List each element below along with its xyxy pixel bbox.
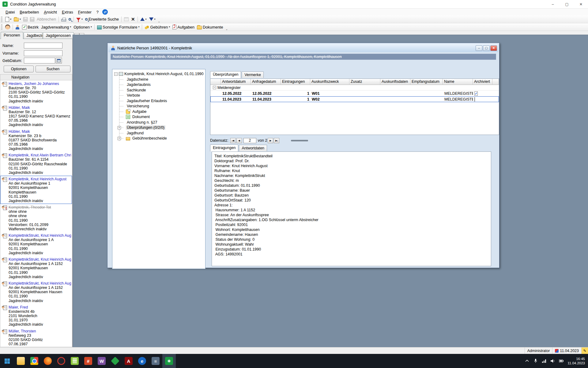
tree-item[interactable]: + Dokument — [114, 114, 205, 120]
column-auskunftsdaten[interactable]: Auskunftsdaten — [380, 79, 410, 85]
open-button[interactable]: ▾ — [13, 16, 22, 22]
word-icon[interactable]: W — [95, 354, 108, 368]
menu-item[interactable]: Datei — [3, 9, 17, 15]
document-icon[interactable]: ≡ — [149, 354, 162, 368]
optionen-menu[interactable]: Optionen▾ — [72, 24, 93, 30]
notepad-icon[interactable] — [68, 354, 81, 368]
jagdverwaltung-menu[interactable]: Jagdverwaltung▾ — [40, 24, 72, 30]
edge-icon[interactable]: e — [135, 354, 149, 368]
maximize-button[interactable]: ▢ — [560, 0, 574, 9]
column-anfragedatum[interactable]: Anfragedatum — [251, 79, 281, 85]
menu-item[interactable]: Bearbeiten — [17, 9, 41, 15]
group-collapse-icon[interactable]: − — [213, 86, 216, 89]
teamviewer-icon[interactable]: ⇄ — [102, 9, 108, 15]
person-list-item[interactable]: ! KomplettnikStrukt, Knut Heinrich Augus… — [0, 280, 72, 304]
expand-icon[interactable]: + — [118, 137, 121, 140]
toolbar-grip[interactable] — [1, 24, 2, 30]
person-list-item[interactable]: ! Hesters, Jochen Jo Johannes Bautzner S… — [0, 80, 72, 104]
record-number-input[interactable] — [243, 138, 256, 143]
column-antwortdatum[interactable]: Antwortdatum — [221, 79, 251, 85]
taskbar-clock[interactable]: 16:45 11.04.2023 — [567, 357, 585, 365]
tree-item[interactable]: + Jagdhund — [114, 130, 205, 136]
save-button[interactable] — [22, 17, 29, 22]
abbrechen-button[interactable]: Abbrechen — [36, 16, 57, 22]
menu-item[interactable]: Extras — [59, 9, 76, 15]
dialog-titlebar[interactable]: Natürliche Person 14992001 - Komplettnik… — [108, 44, 498, 52]
menu-item[interactable]: Fenster — [76, 9, 94, 15]
person-search-button[interactable] — [4, 24, 11, 30]
print-preview-button[interactable] — [67, 17, 72, 21]
archiviert-checkbox[interactable] — [474, 97, 475, 102]
person-list-item[interactable]: ! Komplettnik, Knut Alwin Bertram Christ… — [0, 152, 72, 176]
person-list-item[interactable]: ! Hübler, Maik Bautzner Str. 12 1917 SAK… — [0, 104, 72, 128]
expand-icon[interactable]: + — [118, 126, 121, 129]
detail-tab[interactable]: Vermerke — [242, 71, 264, 78]
column-empfangsdatum[interactable]: Empfangsdatum — [410, 79, 443, 85]
person-button[interactable] — [14, 24, 21, 30]
dokumente-button[interactable]: Dokumente — [196, 24, 224, 30]
gebdatum-input[interactable] — [24, 58, 55, 63]
previous-record-button[interactable]: ◀ — [236, 138, 242, 143]
column-auskunftszweck[interactable]: Auskunftszweck — [310, 79, 349, 85]
close-button[interactable]: ✕ — [574, 0, 588, 9]
chrome-icon[interactable] — [28, 354, 41, 368]
acrobat-icon[interactable]: A — [122, 354, 135, 368]
nav-previous-button[interactable]: ▾ — [139, 17, 148, 21]
column-archiviert[interactable]: Archiviert — [473, 79, 492, 85]
properties-button[interactable] — [123, 17, 130, 22]
bezirk-button[interactable]: Bezirk — [21, 24, 40, 30]
print-button[interactable] — [60, 17, 67, 22]
person-list-item[interactable]: ! KomplettnikStrukt, Knut Heinrich Augus… — [0, 232, 72, 256]
filter-button[interactable]: ▾ — [75, 17, 84, 21]
column-zusatz[interactable]: Zusatz — [349, 79, 380, 85]
optionen-button[interactable]: Optionen — [4, 66, 34, 72]
tree-item[interactable]: + Versicherung — [114, 104, 205, 109]
clear-filter-button[interactable]: ✕ — [130, 16, 136, 23]
tree-item[interactable]: + Gebührenbescheide — [114, 136, 205, 141]
edit-pencil-icon[interactable]: ✎ — [581, 347, 588, 354]
tree-item[interactable]: + Jagderlaubnis — [114, 82, 205, 88]
detail-tab[interactable]: Überprüfungen — [210, 71, 241, 78]
record-nav-slider[interactable] — [291, 140, 308, 141]
column-name[interactable]: Name — [443, 79, 473, 85]
menu-item[interactable]: Ansicht — [41, 9, 59, 15]
column-eintragungen[interactable]: Eintragungen — [281, 79, 310, 85]
side-tab[interactable]: Jagdbezirke — [24, 32, 43, 39]
dialog-minimize-button[interactable]: – — [476, 45, 482, 51]
side-tab[interactable]: Jagdgenossen — [43, 32, 74, 39]
person-list-item[interactable]: ! Maier, Fred Existiernicht 4b 2101 Wund… — [0, 304, 72, 328]
person-list-item[interactable]: ! Müller, Thorsten Neißeweg 23 02100 SAK… — [0, 328, 72, 347]
toolbar-overflow[interactable]: ⌄ — [158, 20, 160, 23]
grid-row[interactable]: 12.05.2022 12.05.2022 1 W01 MELDEREGISTE… — [210, 90, 499, 96]
menu-item[interactable]: ? — [94, 9, 101, 15]
person-list-item[interactable]: ! KomplettnikStrukt, Knut Heinrich Augus… — [0, 256, 72, 280]
dialog-close-button[interactable]: ✕ — [490, 45, 497, 51]
first-record-button[interactable]: |◀ — [230, 138, 236, 143]
sonstige-formulare-button[interactable]: Sonstige Formulare▾ — [96, 24, 141, 30]
save-all-button[interactable] — [29, 17, 36, 22]
tray-chevron-icon[interactable] — [525, 358, 530, 363]
diamond-icon[interactable] — [108, 354, 122, 368]
tree-root[interactable]: − Komplettnik, Knut Heinrich August, 01.… — [114, 71, 205, 77]
grid-group-row[interactable]: − Melderegister — [210, 85, 499, 90]
tree-item[interactable]: + Sachkunde — [114, 87, 205, 93]
detail-tab[interactable]: Antwortdaten — [239, 145, 267, 151]
firefox-icon[interactable] — [41, 354, 55, 368]
detail-tab[interactable]: Eintragungen — [210, 144, 238, 151]
vorname-input[interactable] — [24, 50, 62, 56]
person-list-item[interactable]: ! Komplettnik, Theodor Tot ohne ohne ohn… — [0, 204, 72, 232]
file-explorer-icon[interactable] — [14, 354, 28, 368]
office-icon[interactable]: # — [81, 354, 95, 368]
new-button[interactable]: ▾ — [4, 16, 13, 22]
nav-next-button[interactable]: ▾ — [148, 17, 157, 21]
aufgaben-button[interactable]: Aufgaben — [171, 24, 196, 30]
browser-icon[interactable] — [55, 354, 68, 368]
tray-mic-icon[interactable] — [533, 358, 538, 363]
eintragungen-text-panel[interactable]: Titel: KomplettnikStruktBestandteilDokto… — [212, 151, 491, 266]
side-tab[interactable]: Personen — [1, 32, 23, 39]
tree-item[interactable]: + Jagdscheine — [114, 77, 205, 82]
tree-item[interactable]: + Anordnung n. §27 — [114, 120, 205, 125]
tree-item[interactable]: + Überprüfungen (0/2/0) — [114, 125, 205, 131]
tray-battery-icon[interactable] — [559, 358, 564, 363]
tree-item[interactable]: + Jagdaufseher Erlaubnis — [114, 98, 205, 104]
